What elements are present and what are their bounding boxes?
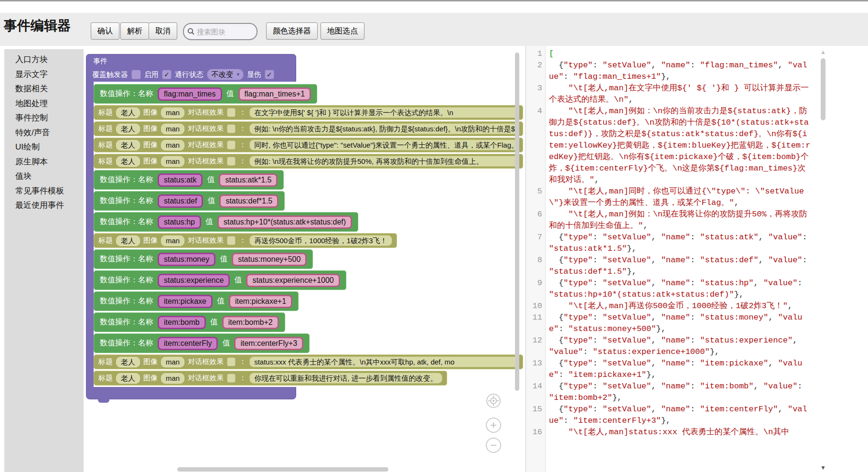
name-pill[interactable]: status:hp xyxy=(158,215,201,229)
sidebar-item-2[interactable]: 显示文字 xyxy=(4,67,84,82)
confirm-button[interactable]: 确认 xyxy=(91,22,119,40)
text-field[interactable]: 例如: \n你的当前攻击力是${status:atk}, 防御力是${statu… xyxy=(249,123,518,134)
value-pill[interactable]: item:pickaxe+1 xyxy=(229,295,292,308)
image-pill[interactable]: man xyxy=(161,236,184,246)
text-field[interactable]: 再送你500金币，1000经验，1破2炸3飞！ xyxy=(249,235,392,246)
code-content[interactable]: {"type": "setValue", "name": "item:picka… xyxy=(545,358,812,381)
speaker-pill[interactable]: 老人 xyxy=(116,236,140,246)
workspace-canvas[interactable]: 事件 覆盖触发器 启用 ✓ 通行状态 不改变 ▼ 显伤 ✓ 数值操作：名称fla… xyxy=(84,46,523,472)
name-pill[interactable]: item:centerFly xyxy=(158,337,218,350)
code-scroll-thumb[interactable] xyxy=(821,58,825,120)
image-pill[interactable]: man xyxy=(161,124,184,134)
cover-trigger-checkbox[interactable] xyxy=(131,70,141,79)
text-block[interactable]: 标题老人图像man对话框效果：在文字中使用${' ${ '}和 } 可以计算并显… xyxy=(94,105,523,120)
image-pill[interactable]: man xyxy=(161,156,184,167)
dialog-effect-checkbox[interactable] xyxy=(227,124,236,133)
speaker-pill[interactable]: 老人 xyxy=(116,124,140,134)
scroll-down-icon[interactable]: ▼ xyxy=(820,464,826,471)
map-pick-button[interactable]: 地图选点 xyxy=(321,22,364,40)
canvas-horizontal-scrollbar[interactable] xyxy=(177,467,388,472)
value-pill[interactable]: item:centerFly+3 xyxy=(234,337,303,350)
code-content[interactable]: {"type": "setValue", "name": "status:def… xyxy=(545,255,812,278)
text-block[interactable]: 标题老人图像man对话框效果：例如: \n现在我将让你的攻防提升50%, 再将攻… xyxy=(94,154,523,169)
dialog-effect-checkbox[interactable] xyxy=(227,157,236,166)
code-scrollbar[interactable]: ▲ ▼ xyxy=(819,46,827,472)
setvalue-block[interactable]: 数值操作：名称status:experience值status:experien… xyxy=(94,270,346,290)
color-picker-button[interactable]: 颜色选择器 xyxy=(266,22,318,40)
scroll-up-icon[interactable]: ▲ xyxy=(820,49,826,55)
image-pill[interactable]: man xyxy=(161,107,184,118)
sidebar-item-3[interactable]: 数据相关 xyxy=(4,82,84,97)
zoom-in-button[interactable]: + xyxy=(486,418,501,433)
sidebar-item-9[interactable]: 值块 xyxy=(4,169,84,184)
canvas-vertical-scrollbar[interactable] xyxy=(515,53,519,391)
name-pill[interactable]: item:bomb xyxy=(158,316,206,329)
sidebar-item-10[interactable]: 常见事件模板 xyxy=(4,184,84,199)
setvalue-block[interactable]: 数值操作：名称item:bomb值item:bomb+2 xyxy=(94,312,285,332)
value-pill[interactable]: item:bomb+2 xyxy=(222,316,279,329)
text-field[interactable]: 在文字中使用${' ${ '}和 } 可以计算并显示一个表达式的结果。\n xyxy=(249,107,518,118)
name-pill[interactable]: status:atk xyxy=(158,173,203,187)
image-pill[interactable]: man xyxy=(161,357,184,367)
code-content[interactable]: {"type": "setValue", "name": "item:cente… xyxy=(545,404,812,427)
name-pill[interactable]: status:money xyxy=(158,253,215,266)
setvalue-block[interactable]: 数值操作：名称flag:man_times值flag:man_times+1 xyxy=(94,84,317,104)
value-pill[interactable]: flag:man_times+1 xyxy=(238,87,311,101)
name-pill[interactable]: status:experience xyxy=(158,274,230,287)
sidebar-item-4[interactable]: 地图处理 xyxy=(4,97,84,111)
event-block-header[interactable]: 事件 覆盖触发器 启用 ✓ 通行状态 不改变 ▼ 显伤 ✓ xyxy=(86,54,296,82)
zoom-reset-button[interactable] xyxy=(486,394,501,408)
sidebar-item-11[interactable]: 最近使用事件 xyxy=(4,198,84,213)
code-content[interactable]: {"type": "setValue", "name": "status:atk… xyxy=(545,232,812,255)
dialog-effect-checkbox[interactable] xyxy=(227,357,236,366)
text-block[interactable]: 标题老人图像man对话框效果：同时, 你也可以通过{"type": "setVa… xyxy=(94,138,523,152)
sidebar-item-1[interactable]: 入口方块 xyxy=(4,53,84,67)
text-block[interactable]: 标题老人图像man对话框效果：例如: \n你的当前攻击力是${status:at… xyxy=(94,121,523,136)
enable-checkbox[interactable]: ✓ xyxy=(162,70,171,79)
search-box[interactable] xyxy=(183,23,257,40)
parse-button[interactable]: 解析 xyxy=(120,22,149,40)
name-pill[interactable]: item:pickaxe xyxy=(158,295,213,308)
code-content[interactable]: {"type": "setValue", "name": "status:exp… xyxy=(545,335,812,358)
code-content[interactable]: "\t[老人,man]在文字中使用${' ${ '}和 } 可以计算并显示一个表… xyxy=(545,83,812,106)
code-content[interactable]: "\t[老人,man]例如：\n你的当前攻击力是${status:atk}，防御… xyxy=(545,106,812,186)
name-pill[interactable]: flag:man_times xyxy=(158,87,222,101)
sidebar-item-8[interactable]: 原生脚本 xyxy=(4,155,84,170)
code-content[interactable]: {"type": "setValue", "name": "flag:man_t… xyxy=(545,60,812,83)
text-field[interactable]: 例如: \n现在我将让你的攻防提升50%, 再将攻防和的十倍加到生命值上。 xyxy=(249,156,518,167)
image-pill[interactable]: man xyxy=(161,373,184,384)
dialog-effect-checkbox[interactable] xyxy=(227,374,236,383)
setvalue-block[interactable]: 数值操作：名称status:money值status:money+500 xyxy=(94,249,313,269)
speaker-pill[interactable]: 老人 xyxy=(116,156,140,167)
pass-state-dropdown[interactable]: 不改变 ▼ xyxy=(207,69,244,80)
sidebar-item-7[interactable]: UI绘制 xyxy=(4,140,84,155)
setvalue-block[interactable]: 数值操作：名称status:def值status:def*1.5 xyxy=(94,191,285,211)
text-block[interactable]: 标题老人图像man对话框效果：status:xxx 代表勇士的某个属性。\n其中… xyxy=(94,354,523,369)
search-input[interactable] xyxy=(196,27,250,36)
code-content[interactable]: "\t[老人,man]再送你500金币，1000经验，1破2炸3飞！", xyxy=(545,300,812,312)
setvalue-block[interactable]: 数值操作：名称item:centerFly值item:centerFly+3 xyxy=(94,333,310,353)
text-block[interactable]: 标题老人图像man对话框效果：再送你500金币，1000经验，1破2炸3飞！ xyxy=(94,233,397,248)
code-content[interactable]: {"type": "setValue", "name": "status:mon… xyxy=(545,312,812,335)
dialog-effect-checkbox[interactable] xyxy=(227,108,236,117)
cancel-button[interactable]: 取消 xyxy=(149,22,177,40)
value-pill[interactable]: status:def*1.5 xyxy=(219,194,279,208)
sidebar-item-6[interactable]: 特效/声音 xyxy=(4,126,84,140)
zoom-out-button[interactable]: − xyxy=(486,438,501,453)
speaker-pill[interactable]: 老人 xyxy=(116,107,140,118)
dialog-effect-checkbox[interactable] xyxy=(227,236,236,245)
sidebar-item-5[interactable]: 事件控制 xyxy=(4,111,84,126)
value-pill[interactable]: status:money+500 xyxy=(232,253,307,266)
value-pill[interactable]: status:experience+1000 xyxy=(246,274,340,287)
code-content[interactable]: [ xyxy=(545,48,812,60)
setvalue-block[interactable]: 数值操作：名称status:atk值status:atk*1.5 xyxy=(94,170,284,190)
speaker-pill[interactable]: 老人 xyxy=(116,140,140,150)
value-pill[interactable]: status:atk*1.5 xyxy=(219,173,278,187)
setvalue-block[interactable]: 数值操作：名称status:hp值status:hp+10*(status:at… xyxy=(94,212,358,232)
code-content[interactable]: "\t[老人,man]同时，你也可以通过{\"type\": \"setValu… xyxy=(545,186,812,209)
setvalue-block[interactable]: 数值操作：名称item:pickaxe值item:pickaxe+1 xyxy=(94,291,299,311)
display-damage-checkbox[interactable]: ✓ xyxy=(265,70,274,79)
image-pill[interactable]: man xyxy=(161,140,184,150)
speaker-pill[interactable]: 老人 xyxy=(116,357,140,367)
text-field[interactable]: status:xxx 代表勇士的某个属性。\n其中xxx可取hp, atk, d… xyxy=(249,356,518,367)
